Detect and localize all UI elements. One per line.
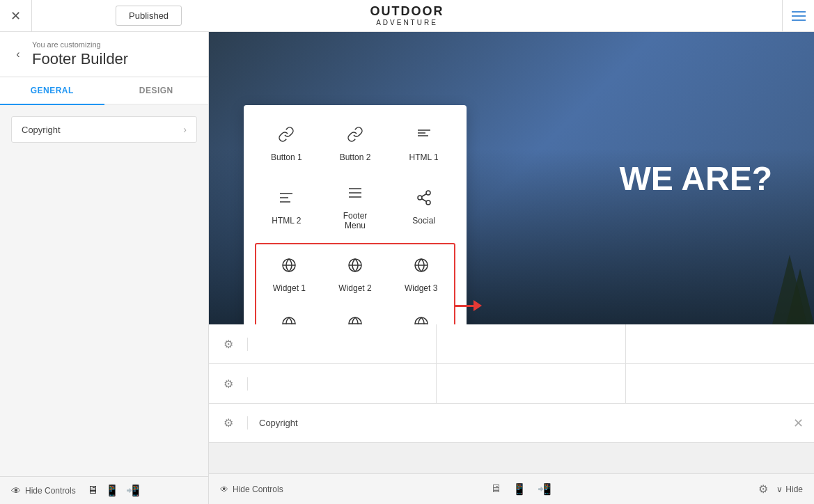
arrow-head [473, 300, 482, 311]
tablet-bottom-icon[interactable]: 📱 [512, 482, 526, 496]
footer-menu-icon [347, 184, 363, 205]
footer-row-2-cell-1 [248, 364, 437, 403]
brand: OUTDOOR ADVENTURE [370, 4, 444, 28]
mobile-bottom-icon[interactable]: 📲 [538, 482, 551, 496]
brand-name: OUTDOOR [370, 4, 444, 19]
hamburger-line [792, 15, 806, 17]
footer-row-1: ⚙ [209, 324, 814, 364]
footer-row-2: ⚙ [209, 364, 814, 404]
hamburger-button[interactable] [782, 0, 814, 32]
back-icon: ‹ [16, 48, 19, 61]
brand-sub: ADVENTURE [370, 19, 444, 27]
html1-icon [416, 126, 432, 147]
widget4-item[interactable]: Widget 4 [259, 306, 320, 324]
hide-controls-bottom-label: Hide Controls [233, 485, 283, 494]
svg-point-12 [418, 196, 422, 200]
footer-copyright-cell: Copyright [248, 418, 782, 428]
device-icons: 🖥 📱 📲 [87, 484, 140, 497]
popup-grid-row2: HTML 2 FooterMenu [255, 175, 455, 240]
sidebar-content: Copyright › [0, 105, 208, 476]
widget5-icon [347, 315, 363, 324]
link-icon-2 [347, 126, 363, 147]
settings-bottom-icon[interactable]: ⚙ [758, 482, 768, 496]
footer-builder-rows: ⚙ ⚙ ⚙ Copyright [209, 324, 814, 443]
close-icon: ✕ [10, 8, 21, 24]
desktop-icon[interactable]: 🖥 [87, 484, 98, 497]
chevron-right-icon: › [183, 124, 187, 135]
hamburger-line [792, 11, 806, 13]
tab-general[interactable]: GENERAL [0, 77, 104, 105]
social-label: Social [412, 216, 435, 226]
footer-row-1-cell-1 [248, 324, 437, 363]
widget-picker-popup: Button 1 Button 2 [244, 105, 467, 324]
widget6-icon [413, 315, 430, 324]
html2-label: HTML 2 [272, 216, 301, 226]
bottom-bar: 👁 Hide Controls 🖥 📱 📲 ⚙ ∨ Hide [209, 473, 814, 504]
hide-controls-bottom-button[interactable]: 👁 Hide Controls [220, 485, 283, 494]
footer-row-2-cell-3 [626, 364, 814, 403]
button1-item[interactable]: Button 1 [255, 116, 318, 172]
widget1-icon [281, 257, 297, 278]
popup-grid-row1: Button 1 Button 2 [255, 116, 455, 172]
hero-text: WE ARE? [619, 159, 772, 198]
widget1-item[interactable]: Widget 1 [259, 247, 320, 303]
tablet-icon[interactable]: 📱 [105, 484, 119, 497]
hide-text-label: Hide [785, 485, 803, 494]
copyright-item[interactable]: Copyright › [11, 116, 197, 143]
link-icon-1 [278, 126, 295, 147]
sidebar-header: ‹ You are customizing Footer Builder [0, 32, 208, 77]
widget2-item[interactable]: Widget 2 [325, 247, 386, 303]
widget3-icon [413, 257, 430, 278]
preview-area: WE ARE? Button 1 [209, 32, 814, 504]
mobile-icon[interactable]: 📲 [126, 484, 140, 497]
svg-line-15 [421, 194, 426, 197]
html2-icon [278, 189, 295, 210]
html1-item[interactable]: HTML 1 [392, 116, 455, 172]
tab-design[interactable]: DESIGN [104, 77, 209, 105]
footer-menu-item[interactable]: FooterMenu [324, 175, 387, 240]
back-button[interactable]: ‹ [8, 45, 28, 64]
social-item[interactable]: Social [392, 175, 455, 240]
widget3-item[interactable]: Widget 3 [391, 247, 451, 303]
footer-row-1-cell-2 [437, 324, 625, 363]
hamburger-line [792, 19, 806, 21]
copyright-text: Copyright [259, 418, 298, 428]
widget-section: Widget 1 Widget 2 [255, 243, 455, 324]
sidebar-title: Footer Builder [32, 50, 197, 68]
tabs: GENERAL DESIGN [0, 77, 208, 105]
chevron-down-icon: ∨ [776, 485, 783, 494]
desktop-bottom-icon[interactable]: 🖥 [490, 482, 501, 496]
hide-text-button[interactable]: ∨ Hide [776, 485, 803, 494]
close-button[interactable]: ✕ [0, 0, 32, 32]
widget2-label: Widget 2 [338, 283, 371, 293]
html2-item[interactable]: HTML 2 [255, 175, 318, 240]
svg-point-13 [426, 200, 430, 205]
footer-row-3-gear[interactable]: ⚙ [209, 416, 248, 430]
social-icon [416, 189, 432, 210]
sidebar: ‹ You are customizing Footer Builder GEN… [0, 32, 209, 504]
footer-row-3: ⚙ Copyright ✕ [209, 404, 814, 443]
widget4-icon [281, 315, 297, 324]
top-bar: ✕ Published OUTDOOR ADVENTURE [0, 0, 814, 32]
footer-row-2-gear[interactable]: ⚙ [209, 377, 248, 391]
published-button[interactable]: Published [116, 6, 182, 26]
hide-controls-button[interactable]: 👁 Hide Controls [11, 485, 76, 496]
popup-grid-widgets-row2: Widget 4 Widget 5 [259, 306, 451, 324]
widget6-item[interactable]: Widget 6 [391, 306, 451, 324]
svg-point-11 [426, 191, 430, 195]
sidebar-footer: 👁 Hide Controls 🖥 📱 📲 [0, 476, 208, 504]
footer-row-close-button[interactable]: ✕ [782, 416, 814, 431]
footer-row-1-gear[interactable]: ⚙ [209, 338, 248, 351]
widget1-label: Widget 1 [273, 283, 306, 293]
widget3-label: Widget 3 [405, 283, 437, 293]
html1-label: HTML 1 [409, 152, 439, 162]
sidebar-sub-label: You are customizing [32, 40, 197, 49]
button2-item[interactable]: Button 2 [324, 116, 387, 172]
bottom-device-icons: 🖥 📱 📲 [490, 482, 551, 496]
footer-row-1-content [248, 324, 814, 363]
main-layout: ‹ You are customizing Footer Builder GEN… [0, 32, 814, 504]
widget2-icon [347, 257, 363, 278]
eye-icon: 👁 [11, 485, 21, 496]
widget5-item[interactable]: Widget 5 [325, 306, 386, 324]
hide-controls-label: Hide Controls [25, 486, 76, 496]
